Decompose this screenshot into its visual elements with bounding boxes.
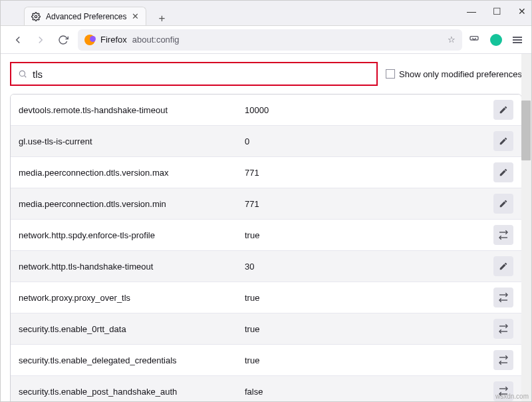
preference-name: security.tls.enable_0rtt_data — [19, 324, 245, 334]
forward-button[interactable] — [33, 32, 49, 48]
edit-button[interactable] — [493, 194, 513, 214]
title-bar: Advanced Preferences ✕ + — ☐ ✕ — [1, 1, 531, 26]
preference-row: security.tls.enable_0rtt_datatrue — [11, 313, 521, 345]
preference-value: false — [245, 387, 493, 397]
preference-value: 771 — [245, 168, 493, 178]
toggle-button[interactable] — [493, 288, 513, 307]
preference-row: security.tls.enable_delegated_credential… — [11, 345, 521, 376]
checkbox-icon — [386, 69, 395, 79]
tab-title: Advanced Preferences — [46, 12, 126, 21]
scroll-thumb[interactable] — [521, 100, 531, 160]
preference-row: network.http.spdy.enforce-tls-profiletru… — [11, 220, 521, 251]
show-modified-label: Show only modified preferences — [399, 69, 522, 79]
identity-label: Firefox — [100, 35, 127, 45]
window-controls: — ☐ ✕ — [466, 6, 527, 17]
browser-tab[interactable]: Advanced Preferences ✕ — [24, 7, 146, 25]
extension-icon[interactable] — [490, 34, 502, 46]
new-tab-button[interactable]: + — [153, 12, 170, 25]
toolbar-icons — [469, 34, 522, 46]
preference-name: network.http.tls-handshake-timeout — [19, 262, 245, 272]
gear-icon — [31, 12, 41, 21]
show-modified-checkbox[interactable]: Show only modified preferences — [386, 69, 522, 79]
search-icon — [18, 69, 27, 79]
close-tab-icon[interactable]: ✕ — [132, 11, 139, 21]
edit-button[interactable] — [493, 256, 513, 276]
preference-name: security.tls.enable_delegated_credential… — [19, 355, 245, 365]
preference-value: 10000 — [245, 105, 493, 115]
watermark: wsxdn.com — [495, 393, 529, 400]
preference-name: security.tls.enable_post_handshake_auth — [19, 387, 245, 397]
preference-row: network.proxy.proxy_over_tlstrue — [11, 282, 521, 313]
firefox-icon — [84, 35, 95, 45]
url-path: about:config — [132, 35, 180, 45]
menu-icon[interactable] — [513, 35, 522, 45]
edit-button[interactable] — [493, 131, 513, 151]
preference-name: devtools.remote.tls-handshake-timeout — [19, 105, 245, 115]
preference-value: true — [245, 293, 493, 303]
edit-button[interactable] — [493, 100, 513, 120]
search-input[interactable] — [33, 69, 370, 80]
preference-name: media.peerconnection.dtls.version.min — [19, 199, 245, 209]
toggle-button[interactable] — [493, 225, 513, 245]
close-window-icon[interactable]: ✕ — [517, 6, 527, 17]
address-bar[interactable]: Firefox about:config ☆ — [78, 29, 462, 51]
bookmark-star-icon[interactable]: ☆ — [448, 35, 456, 45]
toggle-button[interactable] — [493, 319, 513, 339]
preference-value: 771 — [245, 199, 493, 209]
edit-button[interactable] — [493, 162, 513, 182]
preference-row: network.http.tls-handshake-timeout30 — [11, 251, 521, 282]
preference-value: 30 — [245, 262, 493, 272]
preference-name: media.peerconnection.dtls.version.max — [19, 168, 245, 178]
minimize-icon[interactable]: — — [466, 6, 477, 17]
preference-name: network.proxy.proxy_over_tls — [19, 293, 245, 303]
preference-search-box[interactable] — [10, 62, 378, 86]
preference-row: gl.use-tls-is-current0 — [11, 126, 521, 157]
scrollbar[interactable] — [521, 54, 531, 401]
toolbar: Firefox about:config ☆ — [1, 26, 531, 54]
preference-row: media.peerconnection.dtls.version.max771 — [11, 157, 521, 188]
preference-name: network.http.spdy.enforce-tls-profile — [19, 230, 245, 240]
preferences-content: devtools.remote.tls-handshake-timeout100… — [1, 94, 531, 402]
preference-value: true — [245, 324, 493, 334]
maximize-icon[interactable]: ☐ — [491, 6, 502, 17]
search-row: Show only modified preferences — [1, 54, 531, 94]
reload-button[interactable] — [55, 32, 71, 48]
preference-value: true — [245, 230, 493, 240]
preference-row: media.peerconnection.dtls.version.min771 — [11, 188, 521, 220]
svg-point-2 — [19, 71, 25, 76]
preference-row: security.tls.enable_post_handshake_authf… — [11, 376, 521, 402]
preference-value: 0 — [245, 136, 493, 146]
preference-name: gl.use-tls-is-current — [19, 136, 245, 146]
toggle-button[interactable] — [493, 350, 513, 370]
svg-line-3 — [25, 76, 27, 78]
preference-value: true — [245, 355, 493, 365]
preference-row: devtools.remote.tls-handshake-timeout100… — [11, 95, 521, 126]
preferences-list: devtools.remote.tls-handshake-timeout100… — [10, 94, 522, 402]
pocket-icon[interactable] — [469, 35, 479, 45]
back-button[interactable] — [10, 32, 26, 48]
svg-point-0 — [35, 15, 37, 18]
